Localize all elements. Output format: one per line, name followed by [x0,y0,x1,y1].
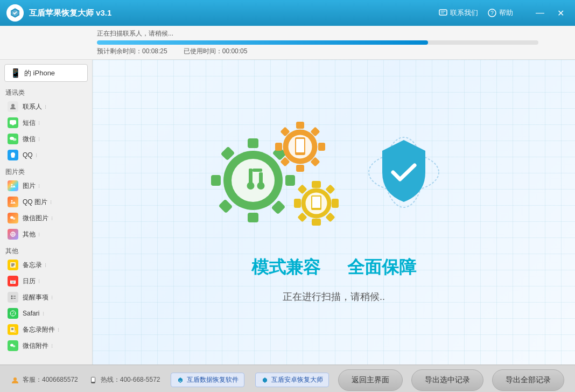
sidebar-item-notesatt[interactable]: 备忘录附件 ⁝ [0,321,92,338]
wechatatt-label: 微信附件 ⁝ [23,341,53,351]
svg-point-44 [247,182,255,190]
product1-label: 互盾数据恢复软件 [187,375,239,384]
svg-point-20 [11,296,13,297]
yellow-gear [293,180,339,226]
tagline-text-1: 模式兼容 [251,256,320,279]
svg-point-58 [299,152,301,155]
svg-point-30 [13,345,16,347]
svg-rect-57 [296,139,304,152]
svg-point-21 [11,298,13,299]
export-all-button[interactable]: 导出全部记录 [492,369,564,391]
wechat-icon [8,134,18,144]
calendar-label: 日历 ⁝ [23,277,40,286]
svg-text:12: 12 [11,281,15,284]
progress-area: 正在扫描联系人，请稍候... 预计剩余时间：00:08:25 已使用时间：00:… [0,26,575,60]
svg-rect-60 [312,219,321,226]
phone-icon [89,376,97,384]
svg-rect-62 [332,199,339,208]
window-controls: — ✕ [531,6,569,20]
svg-rect-35 [221,146,235,161]
sidebar-item-qqphoto[interactable]: QQ 图片 ⁝ [0,194,92,210]
bottom-bar: 客服：4006685572 热线：400-668-5572 互盾数据恢复软件 互… [0,365,575,392]
tagline: 模式兼容 全面保障 [251,256,416,279]
svg-point-3 [11,104,15,107]
back-button[interactable]: 返回主界面 [338,369,403,391]
svg-rect-42 [253,169,262,172]
sidebar-item-safari[interactable]: Safari ⁝ [0,305,92,321]
wechatphoto-icon [8,213,18,223]
svg-point-71 [315,208,317,210]
qq-label: QQ ⁝ [23,151,37,159]
export-selected-button[interactable]: 导出选中记录 [411,369,483,391]
shield [366,132,441,213]
time-remaining: 预计剩余时间：00:08:25 [97,47,167,56]
svg-point-7 [11,152,15,157]
product2-icon [261,376,269,384]
svg-point-11 [13,218,16,220]
svg-rect-32 [248,213,258,222]
sidebar-item-notes[interactable]: 备忘录 ⁝ [0,257,92,273]
title-bar: 互盾苹果恢复大师 v3.1 联系我们 ? 帮助 — ✕ [0,0,575,26]
main-layout: 📱 的 iPhone 通讯类 联系人 ⁝ 短信 ⁝ [0,60,575,365]
photos-icon [8,180,18,191]
close-button[interactable]: ✕ [553,6,569,20]
svg-point-40 [232,159,275,202]
svg-text:?: ? [490,10,494,16]
notes-label: 备忘录 ⁝ [23,261,46,270]
product1-button[interactable]: 互盾数据恢复软件 [171,373,244,387]
sidebar-item-otherphotos[interactable]: 其他 ⁝ [0,226,92,242]
device-header: 📱 的 iPhone [4,64,88,82]
svg-rect-36 [271,200,286,215]
otherphotos-icon [8,229,18,240]
svg-rect-76 [92,377,95,382]
hotline-text: 热线：400-668-5572 [101,375,160,384]
svg-rect-0 [439,10,447,15]
svg-point-8 [11,184,13,186]
contacts-label: 联系人 ⁝ [23,102,46,111]
sidebar-item-photos[interactable]: 图片 ⁝ [0,178,92,194]
calendar-icon: 12 [8,276,18,286]
sidebar-item-wechatatt[interactable]: 微信附件 ⁝ [0,338,92,354]
minimize-button[interactable]: — [531,6,549,20]
svg-rect-37 [219,199,233,214]
svg-rect-31 [248,138,258,148]
sidebar-item-qq[interactable]: QQ ⁝ [0,147,92,163]
app-title: 互盾苹果恢复大师 v3.1 [29,8,439,18]
category-photos: 图片类 图片 ⁝ QQ 图片 ⁝ 微信图片 ⁝ [0,165,92,242]
otherphotos-label: 其他 ⁝ [23,230,40,239]
device-icon: 📱 [10,68,21,78]
sidebar-item-wechat[interactable]: 微信 ⁝ [0,131,92,147]
product1-icon [177,376,184,384]
sidebar-item-calendar[interactable]: 12 日历 ⁝ [0,273,92,289]
reminders-icon [8,292,18,303]
content-center: 模式兼容 全面保障 正在进行扫描，请稍候.. [199,121,468,303]
safari-icon [8,308,18,319]
sms-label: 短信 ⁝ [23,118,40,128]
notesatt-label: 备忘录附件 ⁝ [23,325,59,334]
device-name: 的 iPhone [24,68,55,78]
category-label-photos: 图片类 [0,165,92,178]
title-bar-actions: 联系我们 ? 帮助 — ✕ [439,6,569,20]
product2-label: 互盾安卓恢复大师 [271,375,323,384]
time-used: 已使用时间：00:00:05 [184,47,248,56]
help-button[interactable]: ? 帮助 [488,8,513,18]
sidebar-item-wechatphoto[interactable]: 微信图片 ⁝ [0,210,92,226]
svg-rect-33 [211,175,221,186]
sidebar-item-contacts[interactable]: 联系人 ⁝ [0,99,92,115]
category-communications: 通讯类 联系人 ⁝ 短信 ⁝ 微信 ⁝ [0,86,92,163]
svg-rect-4 [10,120,16,124]
contact-button[interactable]: 联系我们 [439,8,478,18]
safari-label: Safari ⁝ [23,310,44,317]
sidebar-item-sms[interactable]: 短信 ⁝ [0,115,92,131]
progress-bar [97,40,538,45]
category-label-comm: 通讯类 [0,86,92,99]
sidebar-item-reminders[interactable]: 提醒事项 ⁝ [0,289,92,305]
customer-service-text: 客服：4006685572 [23,375,78,384]
contacts-icon [8,101,18,112]
svg-rect-46 [296,122,304,129]
svg-point-45 [257,182,265,190]
qq-icon [8,150,18,160]
product2-button[interactable]: 互盾安卓恢复大师 [255,373,329,387]
photos-label: 图片 ⁝ [23,181,40,191]
customer-service-info: 客服：4006685572 [11,375,78,384]
